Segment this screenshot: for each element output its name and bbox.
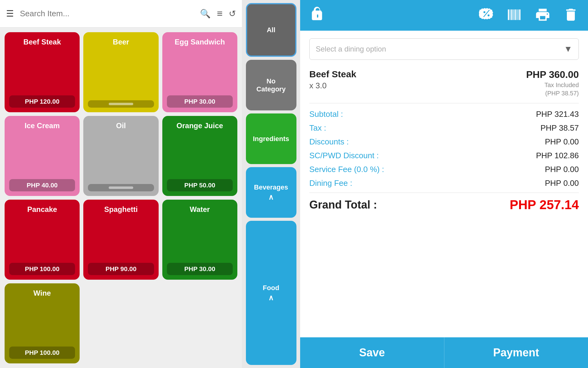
item-price: PHP 100.00 bbox=[9, 347, 75, 359]
item-price: PHP 30.00 bbox=[167, 263, 233, 275]
subtotal-row: Subtotal : PHP 321.43 bbox=[309, 109, 579, 119]
dining-select-row: Select a dining option ▼ bbox=[300, 31, 588, 63]
category-beverages[interactable]: Beverages ∧ bbox=[246, 167, 296, 218]
item-price: PHP 90.00 bbox=[88, 263, 154, 275]
item-name: Beef Steak bbox=[9, 38, 75, 46]
print-svg bbox=[535, 7, 551, 23]
item-name: Egg Sandwich bbox=[167, 38, 233, 46]
item-card[interactable]: Beef Steak PHP 120.00 bbox=[5, 32, 80, 112]
dining-fee-value: PHP 0.00 bbox=[545, 178, 579, 188]
print-icon[interactable] bbox=[535, 7, 551, 24]
item-price: PHP 30.00 bbox=[167, 95, 233, 108]
order-item-price-block: PHP 360.00 Tax Included (PHP 38.57) bbox=[526, 69, 579, 97]
discount-icon[interactable] bbox=[479, 6, 494, 25]
save-button[interactable]: Save bbox=[300, 337, 444, 368]
item-price bbox=[88, 184, 154, 191]
category-all[interactable]: All bbox=[246, 3, 296, 57]
grand-total-label: Grand Total : bbox=[309, 198, 377, 211]
order-item-tax-value: (PHP 38.57) bbox=[526, 90, 579, 97]
item-price: PHP 120.00 bbox=[9, 95, 75, 108]
item-card[interactable]: Oil bbox=[83, 116, 158, 196]
trash-svg bbox=[563, 7, 579, 23]
item-name: Beer bbox=[88, 38, 154, 46]
service-fee-row: Service Fee (0.0 %) : PHP 0.00 bbox=[309, 165, 579, 174]
category-no-category-label: NoCategory bbox=[256, 77, 285, 93]
totals-section: Subtotal : PHP 321.43 Tax : PHP 38.57 Di… bbox=[300, 103, 588, 337]
discounts-row: Discounts : PHP 0.00 bbox=[309, 137, 579, 147]
item-price: PHP 40.00 bbox=[9, 179, 75, 191]
svg-rect-0 bbox=[312, 11, 321, 12]
order-item-total: PHP 360.00 bbox=[526, 69, 579, 80]
item-name: Water bbox=[167, 205, 233, 214]
category-ingredients[interactable]: Ingredients bbox=[246, 113, 296, 164]
subtotal-value: PHP 321.43 bbox=[536, 109, 579, 119]
totals-divider bbox=[309, 193, 579, 193]
search-input[interactable] bbox=[20, 9, 194, 18]
dining-chevron-icon: ▼ bbox=[564, 44, 572, 54]
dining-placeholder: Select a dining option bbox=[316, 45, 386, 53]
dining-option-select[interactable]: Select a dining option ▼ bbox=[309, 38, 579, 60]
right-panel: Select a dining option ▼ Beef Steak x 3.… bbox=[300, 0, 588, 368]
item-name: Spaghetti bbox=[88, 205, 154, 214]
item-name: Ice Cream bbox=[9, 121, 75, 130]
search-icon[interactable]: 🔍 bbox=[200, 9, 211, 19]
menu-icon[interactable]: ☰ bbox=[6, 9, 14, 19]
scpwd-row: SC/PWD Discount : PHP 102.86 bbox=[309, 151, 579, 160]
scpwd-label: SC/PWD Discount : bbox=[309, 151, 379, 160]
dining-fee-label: Dining Fee : bbox=[309, 178, 352, 188]
items-grid: Beef Steak PHP 120.00 Beer Egg Sandwich … bbox=[0, 28, 242, 368]
item-price: PHP 100.00 bbox=[9, 263, 75, 275]
tax-label: Tax : bbox=[309, 123, 326, 133]
order-item-info: Beef Steak x 3.0 bbox=[309, 69, 356, 90]
item-price bbox=[88, 100, 154, 108]
beverages-chevron-icon: ∧ bbox=[268, 193, 274, 201]
filter-icon[interactable]: ≡ bbox=[217, 8, 223, 19]
barcode-icon[interactable] bbox=[507, 7, 522, 24]
item-card[interactable]: Orange Juice PHP 50.00 bbox=[162, 116, 237, 196]
order-item-qty: x 3.0 bbox=[309, 81, 356, 90]
item-name: Wine bbox=[9, 289, 75, 297]
order-item-tax-label: Tax Included bbox=[526, 82, 579, 89]
subtotal-label: Subtotal : bbox=[309, 109, 343, 119]
bottom-bar: Save Payment bbox=[300, 337, 588, 368]
discount-svg bbox=[479, 6, 494, 21]
category-food[interactable]: Food ∧ bbox=[246, 221, 296, 365]
service-fee-label: Service Fee (0.0 %) : bbox=[309, 165, 384, 174]
category-ingredients-label: Ingredients bbox=[253, 135, 289, 143]
barcode-svg bbox=[507, 7, 522, 23]
service-fee-value: PHP 0.00 bbox=[545, 165, 579, 174]
dining-fee-row: Dining Fee : PHP 0.00 bbox=[309, 178, 579, 188]
category-food-label: Food bbox=[263, 284, 279, 292]
top-bar: ☰ 🔍 ≡ ↺ bbox=[0, 0, 242, 28]
tax-value: PHP 38.57 bbox=[541, 123, 579, 133]
item-name: Oil bbox=[88, 121, 154, 130]
lock-icon[interactable] bbox=[309, 6, 325, 25]
item-card[interactable]: Pancake PHP 100.00 bbox=[5, 200, 80, 280]
scpwd-value: PHP 102.86 bbox=[536, 151, 579, 160]
item-card[interactable]: Egg Sandwich PHP 30.00 bbox=[162, 32, 237, 112]
item-card[interactable]: Beer bbox=[83, 32, 158, 112]
item-name: Orange Juice bbox=[167, 121, 233, 130]
discounts-label: Discounts : bbox=[309, 137, 349, 147]
item-card[interactable]: Water PHP 30.00 bbox=[162, 200, 237, 280]
grand-total-row: Grand Total : PHP 257.14 bbox=[309, 197, 579, 212]
category-beverages-label: Beverages bbox=[254, 183, 288, 191]
category-no-category[interactable]: NoCategory bbox=[246, 60, 296, 110]
item-card[interactable]: Spaghetti PHP 90.00 bbox=[83, 200, 158, 280]
trash-icon[interactable] bbox=[563, 7, 579, 24]
left-panel: ☰ 🔍 ≡ ↺ Beef Steak PHP 120.00 Beer Egg S… bbox=[0, 0, 242, 368]
order-item-row: Beef Steak x 3.0 PHP 360.00 Tax Included… bbox=[300, 63, 588, 103]
item-card[interactable]: Ice Cream PHP 40.00 bbox=[5, 116, 80, 196]
tax-row: Tax : PHP 38.57 bbox=[309, 123, 579, 133]
refresh-icon[interactable]: ↺ bbox=[229, 9, 236, 19]
item-price: PHP 50.00 bbox=[167, 179, 233, 191]
food-chevron-icon: ∧ bbox=[268, 293, 274, 302]
grand-total-value: PHP 257.14 bbox=[510, 197, 579, 212]
item-card[interactable]: Wine PHP 100.00 bbox=[5, 283, 80, 363]
categories-panel: All NoCategory Ingredients Beverages ∧ F… bbox=[242, 0, 300, 368]
category-all-label: All bbox=[267, 26, 275, 34]
item-name: Pancake bbox=[9, 205, 75, 214]
payment-button[interactable]: Payment bbox=[444, 337, 588, 368]
lock-svg bbox=[309, 6, 325, 21]
order-item-name: Beef Steak bbox=[309, 69, 356, 79]
